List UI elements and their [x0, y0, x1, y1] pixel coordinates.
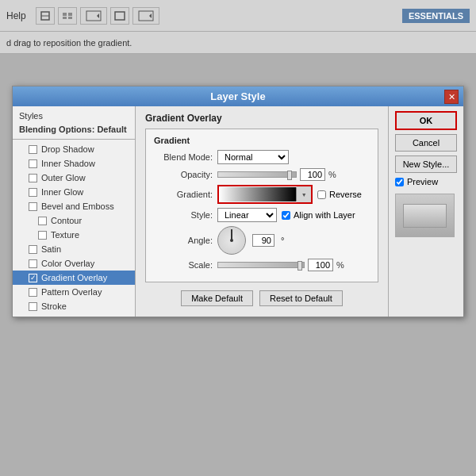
opacity-thumb[interactable]: [287, 171, 292, 180]
scale-thumb[interactable]: [298, 261, 302, 271]
svg-rect-5: [68, 17, 72, 19]
preview-checkbox[interactable]: [395, 178, 404, 186]
cancel-button[interactable]: Cancel: [395, 134, 457, 152]
layer-style-dialog: Layer Style ✕ Styles Blending Options: D…: [12, 86, 464, 317]
style-row: Style: Linear Align with Layer: [154, 208, 370, 222]
stroke-checkbox[interactable]: [29, 302, 37, 311]
toolbar-icon-4[interactable]: [110, 7, 129, 25]
scale-row: Scale: %: [154, 259, 370, 271]
blend-mode-select[interactable]: Normal: [217, 150, 289, 164]
toolbar-icon-1[interactable]: [36, 7, 55, 25]
sidebar-item-bevel-emboss[interactable]: Bevel and Emboss: [13, 199, 135, 213]
pattern-overlay-checkbox[interactable]: [29, 288, 37, 297]
sidebar-item-inner-shadow[interactable]: Inner Shadow: [13, 156, 135, 171]
scale-label: Scale:: [154, 260, 217, 270]
texture-checkbox[interactable]: [38, 231, 47, 240]
align-with-layer-checkbox[interactable]: [282, 211, 290, 220]
sidebar-item-texture[interactable]: Texture: [13, 228, 135, 242]
inner-shadow-checkbox[interactable]: [29, 159, 37, 168]
toolbar-icon-2[interactable]: [58, 7, 77, 25]
sidebar-item-outer-glow[interactable]: Outer Glow: [13, 171, 135, 185]
contour-label: Contour: [51, 216, 82, 225]
contour-checkbox[interactable]: [38, 217, 47, 225]
angle-row: Angle: °: [154, 226, 370, 255]
blend-mode-label: Blend Mode:: [154, 152, 217, 162]
align-with-layer-label: Align with Layer: [294, 210, 355, 220]
color-overlay-checkbox[interactable]: [29, 259, 37, 268]
sidebar-item-stroke[interactable]: Stroke: [13, 299, 135, 313]
bevel-emboss-checkbox[interactable]: [29, 202, 37, 211]
align-with-layer-row: Align with Layer: [282, 210, 355, 220]
opacity-label: Opacity:: [154, 170, 217, 179]
scale-slider[interactable]: [217, 262, 305, 268]
sidebar-item-blending[interactable]: Blending Options: Default: [13, 122, 135, 136]
gradient-preview: [219, 187, 297, 202]
svg-rect-8: [115, 12, 125, 20]
dialog-body: Styles Blending Options: Default Drop Sh…: [13, 106, 463, 317]
sidebar-item-contour[interactable]: Contour: [13, 213, 135, 228]
angle-label: Angle:: [154, 236, 217, 245]
dialog-area: Layer Style ✕ Styles Blending Options: D…: [0, 54, 476, 476]
right-panel: OK Cancel New Style... Preview: [388, 106, 463, 317]
sidebar-item-pattern-overlay[interactable]: Pattern Overlay: [13, 285, 135, 299]
ok-button[interactable]: OK: [395, 111, 457, 130]
reverse-checkbox[interactable]: [317, 190, 326, 199]
subsection-title: Gradient: [154, 136, 370, 145]
styles-panel: Styles Blending Options: Default Drop Sh…: [13, 106, 136, 317]
new-style-button[interactable]: New Style...: [395, 155, 457, 173]
texture-label: Texture: [51, 230, 79, 240]
sub-bar: d drag to reposition the gradient.: [0, 32, 476, 54]
sidebar-item-satin[interactable]: Satin: [13, 242, 135, 256]
svg-rect-4: [63, 17, 67, 19]
angle-input[interactable]: [252, 234, 274, 247]
preview-inner: [403, 204, 447, 228]
angle-dial[interactable]: [217, 226, 246, 255]
gradient-dropdown-button[interactable]: [297, 186, 311, 202]
satin-checkbox[interactable]: [29, 245, 37, 254]
help-menu[interactable]: Help: [6, 10, 26, 21]
reset-to-default-button[interactable]: Reset to Default: [259, 290, 343, 306]
inner-glow-checkbox[interactable]: [29, 188, 37, 197]
sidebar-item-color-overlay[interactable]: Color Overlay: [13, 256, 135, 271]
dialog-titlebar: Layer Style ✕: [13, 86, 463, 106]
color-overlay-label: Color Overlay: [41, 259, 94, 268]
toolbar-icon-5[interactable]: [132, 7, 159, 25]
drop-shadow-checkbox[interactable]: [29, 145, 37, 154]
angle-controls: °: [217, 226, 284, 255]
gradient-picker[interactable]: [217, 185, 313, 204]
drop-shadow-label: Drop Shadow: [41, 144, 94, 154]
sidebar-item-inner-glow[interactable]: Inner Glow: [13, 185, 135, 199]
scale-controls: %: [217, 259, 344, 271]
bottom-buttons: Make Default Reset to Default: [145, 290, 378, 306]
scale-unit: %: [336, 260, 344, 270]
stroke-label: Stroke: [41, 301, 67, 311]
pattern-overlay-label: Pattern Overlay: [41, 287, 102, 297]
satin-label: Satin: [41, 244, 61, 254]
sidebar-item-gradient-overlay[interactable]: ✓ Gradient Overlay: [13, 271, 135, 285]
opacity-input[interactable]: [300, 168, 325, 181]
sidebar-item-drop-shadow[interactable]: Drop Shadow: [13, 142, 135, 156]
svg-marker-10: [149, 13, 152, 18]
make-default-button[interactable]: Make Default: [181, 290, 253, 306]
outer-glow-label: Outer Glow: [41, 173, 86, 182]
inner-shadow-label: Inner Shadow: [41, 159, 95, 168]
toolbar-icon-3[interactable]: [80, 7, 107, 25]
outer-glow-checkbox[interactable]: [29, 174, 37, 182]
scale-input[interactable]: [308, 259, 333, 271]
style-controls: Linear Align with Layer: [217, 208, 355, 222]
dialog-title: Layer Style: [210, 90, 265, 102]
main-content: Gradient Overlay Gradient Blend Mode: No…: [136, 106, 388, 317]
style-select[interactable]: Linear: [217, 208, 277, 222]
gradient-row: Gradient: Reverse: [154, 185, 370, 204]
opacity-slider[interactable]: [217, 171, 297, 178]
gradient-label: Gradient:: [154, 190, 217, 199]
gradient-overlay-checkbox[interactable]: ✓: [29, 274, 37, 282]
hint-text: d drag to reposition the gradient.: [6, 38, 132, 48]
gradient-overlay-label: Gradient Overlay: [41, 273, 107, 282]
opacity-controls: %: [217, 168, 336, 181]
essentials-button[interactable]: ESSENTIALS: [402, 9, 470, 23]
preview-row: Preview: [395, 177, 457, 186]
toolbar-icons: [36, 7, 159, 25]
top-bar: Help ESSENTIALS: [0, 0, 476, 32]
dialog-close-button[interactable]: ✕: [444, 90, 459, 104]
